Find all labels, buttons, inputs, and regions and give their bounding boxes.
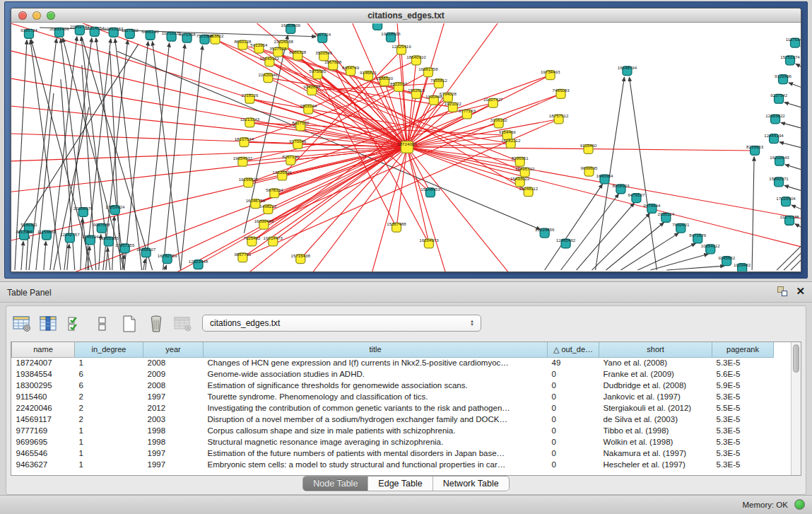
cell-year[interactable]: 1997 [143,448,204,459]
cell-title[interactable]: Estimation of significance thresholds fo… [204,380,548,391]
cell-title[interactable]: Structural magnetic resonance image aver… [204,436,548,448]
column-header-title[interactable]: title [204,342,548,357]
cell-short[interactable]: Hescheler et al. (1997) [599,459,712,470]
cell-year[interactable]: 2003 [143,414,204,425]
table-row[interactable]: 977716911998Corpus callosum shape and si… [12,425,774,436]
cell-pagerank[interactable]: 5.3E-5 [712,357,774,368]
cell-short[interactable]: Tibbo et al. (1998) [599,425,712,436]
cell-name[interactable]: 18724007 [12,357,75,368]
cell-title[interactable]: Tourette syndrome. Phenomenology and cla… [204,391,548,402]
cell-short[interactable]: Dudbridge et al. (2008) [599,380,712,391]
memory-status-indicator[interactable] [794,499,805,510]
cell-year[interactable]: 1997 [143,391,204,402]
cell-name[interactable]: 18300295 [12,380,75,391]
cell-pagerank[interactable]: 5.3E-5 [712,459,774,470]
cell-short[interactable]: Franke et al. (2009) [599,368,712,380]
scrollbar-thumb[interactable] [793,344,799,373]
cell-name[interactable]: 9699695 [12,436,75,448]
cell-title[interactable]: Genome-wide association studies in ADHD. [204,368,548,380]
minimize-button[interactable] [33,11,41,20]
cell-out_degree[interactable]: 0 [548,459,599,470]
close-button[interactable] [18,11,27,20]
column-header-name[interactable]: name [12,342,75,357]
cell-in_degree[interactable]: 1 [75,357,143,368]
table-row[interactable]: 911546021997Tourette syndrome. Phenomeno… [12,391,774,402]
delete-column-icon[interactable] [146,314,166,334]
cell-pagerank[interactable]: 5.3E-5 [712,425,774,436]
cell-short[interactable]: Jankovic et al. (1997) [599,391,712,402]
cell-name[interactable]: 22420046 [12,402,75,414]
cell-short[interactable]: Stergiakouli et al. (2012) [599,402,712,414]
tab-edge-table[interactable]: Edge Table [368,477,433,491]
cell-in_degree[interactable]: 6 [75,380,143,391]
cell-year[interactable]: 2008 [143,380,204,391]
select-columns-icon[interactable] [39,314,59,334]
cell-title[interactable]: Estimation of the future numbers of pati… [204,448,548,459]
table-row[interactable]: 2242004622012Investigating the contribut… [12,402,774,414]
cell-in_degree[interactable]: 6 [75,368,143,380]
network-window-titlebar[interactable]: citations_edges.txt [11,8,801,23]
cell-out_degree[interactable]: 0 [548,448,599,459]
cell-out_degree[interactable]: 0 [548,380,599,391]
column-header-pagerank[interactable]: pagerank [712,342,774,357]
cell-title[interactable]: Changes of HCN gene expression and I(f) … [204,357,548,368]
cell-in_degree[interactable]: 1 [75,436,143,448]
select-rows-icon[interactable] [66,314,86,334]
cell-in_degree[interactable]: 1 [75,459,143,470]
cell-year[interactable]: 2012 [143,402,204,414]
close-panel-icon[interactable]: ✕ [796,286,805,296]
network-canvas[interactable]: 1872400793557242069140620951742183140541… [11,23,801,271]
cell-pagerank[interactable]: 5.5E-5 [712,402,774,414]
float-panel-icon[interactable] [777,286,787,296]
table-row[interactable]: 946362711997Embryonic stem cells: a mode… [12,459,774,470]
cell-title[interactable]: Disruption of a novel member of a sodium… [204,414,548,425]
table-settings-icon[interactable] [12,314,32,334]
cell-pagerank[interactable]: 5.3E-5 [712,391,774,402]
cell-out_degree[interactable]: 0 [548,368,599,380]
tab-network-table[interactable]: Network Table [433,477,509,491]
cell-pagerank[interactable]: 5.6E-5 [712,368,774,380]
cell-in_degree[interactable]: 1 [75,448,143,459]
cell-in_degree[interactable]: 2 [75,402,143,414]
column-header-out_de[interactable]: △ out_de… [548,342,599,357]
cell-out_degree[interactable]: 0 [548,402,599,414]
cell-name[interactable]: 9463627 [12,459,75,470]
cell-short[interactable]: Nakamura et al. (1997) [599,448,712,459]
cell-name[interactable]: 9777169 [12,425,75,436]
cell-name[interactable]: 19384554 [12,368,75,380]
table-row[interactable]: 1872400712008Changes of HCN gene express… [12,357,774,368]
cell-title[interactable]: Corpus callosum shape and size in male p… [204,425,548,436]
cell-out_degree[interactable]: 0 [548,391,599,402]
column-header-in_degree[interactable]: in_degree [75,342,143,357]
cell-year[interactable]: 2009 [143,368,204,380]
cell-out_degree[interactable]: 0 [548,414,599,425]
cell-in_degree[interactable]: 1 [75,425,143,436]
cell-pagerank[interactable]: 5.9E-5 [712,380,774,391]
cell-short[interactable]: de Silva et al. (2003) [599,414,712,425]
table-row[interactable]: 969969511998Structural magnetic resonanc… [12,436,774,448]
table-row[interactable]: 1830029562008Estimation of significance … [12,380,774,391]
column-header-year[interactable]: year [143,342,204,357]
table-row[interactable]: 1938455462009Genome-wide association stu… [12,368,774,380]
cell-title[interactable]: Embryonic stem cells: a model to study s… [204,459,548,470]
cell-pagerank[interactable]: 5.3E-5 [712,436,774,448]
cell-in_degree[interactable]: 2 [75,391,143,402]
cell-year[interactable]: 1997 [143,459,204,470]
cell-out_degree[interactable]: 0 [548,425,599,436]
cell-out_degree[interactable]: 0 [548,436,599,448]
table-selector-dropdown[interactable]: citations_edges.txt ▲▼ [202,315,481,332]
column-header-short[interactable]: short [599,342,712,357]
cell-name[interactable]: 9115460 [12,391,75,402]
cell-pagerank[interactable]: 5.3E-5 [712,414,774,425]
cell-year[interactable]: 1998 [143,425,204,436]
table-row[interactable]: 946554611997Estimation of the future num… [12,448,774,459]
cell-year[interactable]: 2008 [143,357,204,368]
zoom-button[interactable] [47,11,55,20]
cell-year[interactable]: 1998 [143,436,204,448]
table-grid[interactable]: namein_degreeyeartitle△ out_de…shortpage… [11,342,791,475]
new-table-icon[interactable] [119,314,139,334]
cell-short[interactable]: Wolkin et al. (1998) [599,436,712,448]
cell-pagerank[interactable]: 5.3E-5 [712,448,774,459]
cell-short[interactable]: Yano et al. (2008) [599,357,712,368]
row-height-icon[interactable] [93,314,112,334]
